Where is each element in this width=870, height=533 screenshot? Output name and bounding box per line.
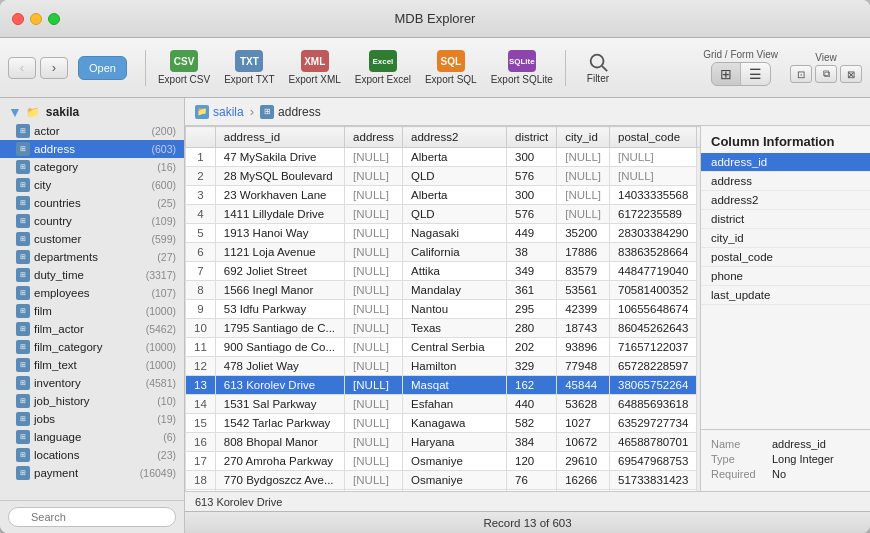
sidebar-item-film[interactable]: ⊞ film (1000) xyxy=(0,302,184,320)
col-header-phone[interactable]: phone xyxy=(697,127,700,148)
sidebar-item-employees[interactable]: ⊞ employees (107) xyxy=(0,284,184,302)
sidebar-db-root[interactable]: ▼ 📁 sakila xyxy=(0,102,184,122)
table-row[interactable]: 11900 Santiago de Co...[NULL]Central Ser… xyxy=(186,338,701,357)
maximize-button[interactable] xyxy=(48,13,60,25)
row-number: 16 xyxy=(186,433,216,452)
table-cell: Central Serbia xyxy=(403,338,507,357)
table-cell: QLD xyxy=(403,167,507,186)
sidebar-item-inventory[interactable]: ⊞ inventory (4581) xyxy=(0,374,184,392)
table-row[interactable]: 147 MySakila Drive[NULL]Alberta300[NULL]… xyxy=(186,148,701,167)
table-row[interactable]: 12478 Joliet Way[NULL]Hamilton3297794865… xyxy=(186,357,701,376)
table-row[interactable]: 17270 Amroha Parkway[NULL]Osmaniye120296… xyxy=(186,452,701,471)
table-cell: 1542 Tarlac Parkway xyxy=(215,414,344,433)
column-info-item-postal_code[interactable]: postal_code xyxy=(701,248,870,267)
search-input[interactable] xyxy=(8,507,176,527)
win-btn-1[interactable]: ⊡ xyxy=(790,65,812,83)
col-header-city_id[interactable]: city_id xyxy=(557,127,610,148)
table-row[interactable]: 18770 Bydgoszcz Ave...[NULL]Osmaniye7616… xyxy=(186,471,701,490)
filter-button[interactable]: Filter xyxy=(576,47,620,88)
column-info-item-district[interactable]: district xyxy=(701,210,870,229)
breadcrumb-table: ⊞ address xyxy=(260,105,321,119)
current-value: 613 Korolev Drive xyxy=(195,496,282,508)
col-header-district[interactable]: district xyxy=(506,127,556,148)
breadcrumb-db[interactable]: 📁 sakila xyxy=(195,105,244,119)
row-number: 3 xyxy=(186,186,216,205)
back-button[interactable]: ‹ xyxy=(8,57,36,79)
table-row[interactable]: 101795 Santiago de C...[NULL]Texas280187… xyxy=(186,319,701,338)
table-row[interactable]: 141531 Sal Parkway[NULL]Esfahan440536286… xyxy=(186,395,701,414)
table-row[interactable]: 953 Idfu Parkway[NULL]Nantou295423991065… xyxy=(186,300,701,319)
sidebar-item-language[interactable]: ⊞ language (6) xyxy=(0,428,184,446)
table-row[interactable]: 16808 Bhopal Manor[NULL]Haryana384106724… xyxy=(186,433,701,452)
table-cell: Osmaniye xyxy=(403,471,507,490)
export-sqlite-button[interactable]: SQLite Export SQLite xyxy=(485,46,559,89)
table-cell: California xyxy=(403,243,507,262)
col-header-address2[interactable]: address2 xyxy=(403,127,507,148)
table-cell: 300 xyxy=(506,148,556,167)
sidebar-item-category[interactable]: ⊞ category (16) xyxy=(0,158,184,176)
column-info-item-phone[interactable]: phone xyxy=(701,267,870,286)
win-btn-2[interactable]: ⧉ xyxy=(815,65,837,83)
next-button[interactable]: › xyxy=(40,57,68,79)
open-button[interactable]: Open xyxy=(78,56,127,80)
table-row[interactable]: 228 MySQL Boulevard[NULL]QLD576[NULL][NU… xyxy=(186,167,701,186)
table-row[interactable]: 323 Workhaven Lane[NULL]Alberta300[NULL]… xyxy=(186,186,701,205)
list-view-button[interactable]: ☰ xyxy=(741,63,770,85)
sidebar-item-film_category[interactable]: ⊞ film_category (1000) xyxy=(0,338,184,356)
close-button[interactable] xyxy=(12,13,24,25)
export-csv-label: Export CSV xyxy=(158,74,210,85)
export-csv-button[interactable]: CSV Export CSV xyxy=(152,46,216,89)
column-info-item-address[interactable]: address xyxy=(701,172,870,191)
table-cell: 53561 xyxy=(557,281,610,300)
table-row[interactable]: 41411 Lillydale Drive[NULL]QLD576[NULL]6… xyxy=(186,205,701,224)
export-xml-button[interactable]: XML Export XML xyxy=(283,46,347,89)
table-icon: ⊞ xyxy=(16,250,30,264)
sidebar-item-city[interactable]: ⊞ city (600) xyxy=(0,176,184,194)
table-icon: ⊞ xyxy=(16,160,30,174)
minimize-button[interactable] xyxy=(30,13,42,25)
sidebar-item-countries[interactable]: ⊞ countries (25) xyxy=(0,194,184,212)
data-table-wrapper[interactable]: address_idaddressaddress2districtcity_id… xyxy=(185,126,700,491)
sidebar-item-jobs[interactable]: ⊞ jobs (19) xyxy=(0,410,184,428)
table-cell: Esfahan xyxy=(403,395,507,414)
table-cell: [NULL] xyxy=(345,471,403,490)
column-info-item-last_update[interactable]: last_update xyxy=(701,286,870,305)
table-cell: 63529727734 xyxy=(610,414,697,433)
column-info-item-city_id[interactable]: city_id xyxy=(701,229,870,248)
table-row[interactable]: 51913 Hanoi Way[NULL]Nagasaki44935200283… xyxy=(186,224,701,243)
column-info-item-address2[interactable]: address2 xyxy=(701,191,870,210)
table-row[interactable]: 61121 Loja Avenue[NULL]California3817886… xyxy=(186,243,701,262)
sidebar-item-address[interactable]: ⊞ address (603) xyxy=(0,140,184,158)
sidebar-item-actor[interactable]: ⊞ actor (200) xyxy=(0,122,184,140)
table-cell: 16266 xyxy=(557,471,610,490)
table-cell: 6172235589 xyxy=(610,205,697,224)
row-number: 7 xyxy=(186,262,216,281)
table-row[interactable]: 13613 Korolev Drive[NULL]Masqat162458443… xyxy=(186,376,701,395)
sidebar-item-payment[interactable]: ⊞ payment (16049) xyxy=(0,464,184,482)
sidebar-item-departments[interactable]: ⊞ departments (27) xyxy=(0,248,184,266)
sidebar-item-customer[interactable]: ⊞ customer (599) xyxy=(0,230,184,248)
export-txt-button[interactable]: TXT Export TXT xyxy=(218,46,280,89)
win-btn-3[interactable]: ⊠ xyxy=(840,65,862,83)
col-header-address_id[interactable]: address_id xyxy=(215,127,344,148)
column-info-item-address_id[interactable]: address_id xyxy=(701,153,870,172)
table-cell: 93896 xyxy=(557,338,610,357)
table-cell: 28303384290 xyxy=(610,224,697,243)
sidebar-item-duty_time[interactable]: ⊞ duty_time (3317) xyxy=(0,266,184,284)
sidebar-item-label: job_history xyxy=(34,395,153,407)
export-sql-button[interactable]: SQL Export SQL xyxy=(419,46,483,89)
export-excel-button[interactable]: Excel Export Excel xyxy=(349,46,417,89)
table-cell: 71657122037 xyxy=(610,338,697,357)
col-header-address[interactable]: address xyxy=(345,127,403,148)
col-header-postal_code[interactable]: postal_code xyxy=(610,127,697,148)
sidebar-item-country[interactable]: ⊞ country (109) xyxy=(0,212,184,230)
sidebar-item-film_actor[interactable]: ⊞ film_actor (5462) xyxy=(0,320,184,338)
table-row[interactable]: 81566 Inegl Manor[NULL]Mandalay361535617… xyxy=(186,281,701,300)
sidebar-item-film_text[interactable]: ⊞ film_text (1000) xyxy=(0,356,184,374)
sidebar-item-locations[interactable]: ⊞ locations (23) xyxy=(0,446,184,464)
table-row[interactable]: 151542 Tarlac Parkway[NULL]Kanagawa58210… xyxy=(186,414,701,433)
sidebar-item-job_history[interactable]: ⊞ job_history (10) xyxy=(0,392,184,410)
data-area: 📁 sakila › ⊞ address address_idaddressad… xyxy=(185,98,870,533)
grid-view-button[interactable]: ⊞ xyxy=(712,63,741,85)
table-row[interactable]: 7692 Joliet Street[NULL]Attika3498357944… xyxy=(186,262,701,281)
